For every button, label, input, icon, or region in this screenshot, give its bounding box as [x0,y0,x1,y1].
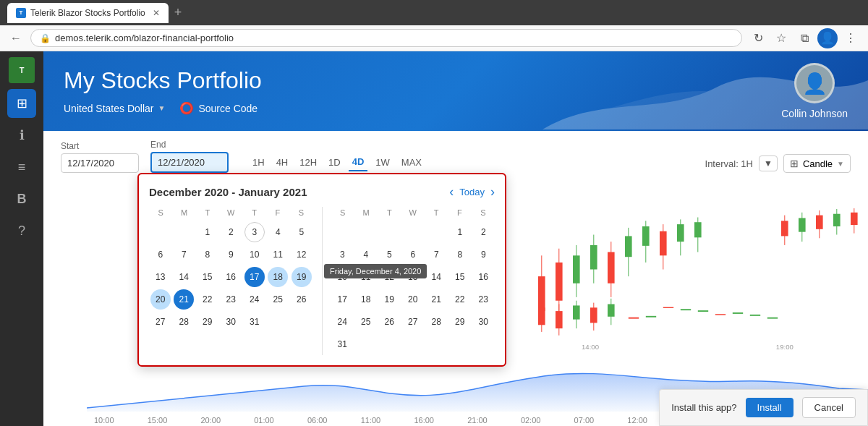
time-btn-1h[interactable]: 1H [249,153,268,171]
time-btn-1d[interactable]: 1D [325,153,344,171]
sidebar-item-telerik[interactable]: T [9,57,35,83]
avatar: 👤 [794,63,835,103]
cal-cell-dec-29[interactable]: 29 [197,312,218,332]
cal-cell-jan-22[interactable]: 22 [450,289,470,310]
cal-cell-dec-20[interactable]: 20 [150,289,171,310]
cal-cell-jan-5[interactable]: 5 [379,244,399,265]
cal-cell-dec-14[interactable]: 14 [174,267,194,287]
tab-close-icon[interactable]: ✕ [153,8,160,18]
cal-next-button[interactable]: › [490,184,495,200]
cal-prev-button[interactable]: ‹ [449,184,454,200]
cal-cell-dec-22[interactable]: 22 [197,289,218,310]
cal-cell-dec-12[interactable]: 12 [292,244,312,265]
cal-cell-jan-2[interactable]: 2 [473,222,493,242]
cal-cell-dec-2[interactable]: 2 [221,222,241,242]
end-date-input[interactable] [150,152,229,173]
cal-cell-jan-21[interactable]: 21 [426,289,446,310]
cal-cell-dec-11[interactable]: 11 [268,244,288,265]
browser-tab[interactable]: T Telerik Blazor Stocks Portfolio ✕ [7,3,169,23]
cal-cell-jan-30[interactable]: 30 [473,312,493,332]
page-title: My Stocks Portfolio [64,67,262,94]
cal-cell-dec-6[interactable]: 6 [150,244,171,265]
cal-cell-jan-27[interactable]: 27 [403,312,423,332]
cal-cell-jan-1[interactable]: 1 [450,222,470,242]
cal-cell-dec-21[interactable]: 21 [174,289,194,310]
profile-icon-button[interactable]: 👤 [817,28,838,48]
cal-cell-jan-25[interactable]: 25 [356,312,376,332]
time-btn-1w[interactable]: 1W [372,153,393,171]
cal-cell-jan-8[interactable]: 8 [450,244,470,265]
cal-cell-jan-31[interactable]: 31 [332,334,352,354]
cal-cell-jan-20[interactable]: 20 [403,289,423,310]
cal-cell-jan-18[interactable]: 18 [356,289,376,310]
interval-arrow-icon[interactable]: ▼ [759,156,778,171]
sidebar-item-menu[interactable]: ≡ [7,153,36,182]
extension-icon-button[interactable]: ⧉ [794,28,814,48]
cal-cell-jan-19[interactable]: 19 [379,289,399,310]
sidebar-item-grid[interactable]: ⊞ [7,89,36,118]
start-date-input[interactable] [61,153,139,173]
cal-cell-jan-6[interactable]: 6 [403,244,423,265]
cal-cell-dec-26[interactable]: 26 [292,289,312,310]
sidebar-item-help[interactable]: ? [7,216,36,245]
time-btn-4d[interactable]: 4D [349,153,368,171]
dec-day-t1: T [196,207,219,218]
cal-cell-dec-30[interactable]: 30 [221,312,241,332]
today-button[interactable]: Today [459,187,485,197]
cal-cell-dec-16[interactable]: 16 [221,267,241,287]
cal-cell-dec-9[interactable]: 9 [221,244,241,265]
cancel-button[interactable]: Cancel [802,397,856,418]
dec-day-s2: S [289,207,312,218]
star-icon-button[interactable]: ☆ [771,28,791,48]
cal-cell-jan-24[interactable]: 24 [332,312,352,332]
time-btn-4h[interactable]: 4H [273,153,292,171]
timeline-label-2: 15:00 [148,416,168,425]
cal-cell-jan-7[interactable]: 7 [426,244,446,265]
cal-cell-jan-26[interactable]: 26 [379,312,399,332]
user-name: Collin Johnson [781,108,848,119]
cal-cell-dec-23[interactable]: 23 [221,289,241,310]
cal-cell-dec-15[interactable]: 15 [197,267,218,287]
calendar-popup: December 2020 - January 2021 ‹ Today › S… [137,173,506,367]
cal-cell-jan-23[interactable]: 23 [473,289,493,310]
currency-selector[interactable]: United States Dollar ▼ [64,103,165,114]
cal-cell-dec-10[interactable]: 10 [244,244,265,265]
cal-cell-dec-25[interactable]: 25 [268,289,288,310]
cal-cell-jan-28[interactable]: 28 [426,312,446,332]
sidebar-item-info[interactable]: ℹ [7,121,36,150]
cal-cell-jan-9[interactable]: 9 [473,244,493,265]
cal-cell-dec-5[interactable]: 5 [292,222,312,242]
cal-cell-dec-19[interactable]: 19 [292,267,312,287]
cal-cell-dec-24[interactable]: 24 [244,289,265,310]
menu-icon-button[interactable]: ⋮ [841,28,861,48]
december-calendar: S M T W T F S 1 2 [149,207,313,355]
cal-cell-jan-3[interactable]: 3 [332,244,352,265]
time-btn-max[interactable]: MAX [398,153,425,171]
address-bar[interactable]: 🔒 demos.telerik.com/blazor-financial-por… [30,29,742,47]
reload-icon-button[interactable]: ↻ [748,28,768,48]
time-btn-12h[interactable]: 12H [296,153,320,171]
source-code-link[interactable]: ⭕ Source Code [179,101,258,115]
back-button[interactable]: ← [7,29,25,48]
cal-cell-jan-14[interactable]: 14 [426,267,446,287]
cal-cell-dec-18[interactable]: 18 [268,267,288,287]
dec-day-s1: S [149,207,172,218]
cal-cell-dec-31[interactable]: 31 [244,312,265,332]
cal-cell-dec-7[interactable]: 7 [174,244,194,265]
sidebar-item-bold[interactable]: B [7,184,36,213]
cal-cell-jan-4[interactable]: 4 [356,244,376,265]
cal-cell-dec-4[interactable]: 4 [268,222,288,242]
cal-cell-dec-17[interactable]: 17 [244,267,265,287]
cal-cell-jan-17[interactable]: 17 [332,289,352,310]
cal-cell-dec-13[interactable]: 13 [150,267,171,287]
cal-cell-dec-8[interactable]: 8 [197,244,218,265]
cal-cell-dec-27[interactable]: 27 [150,312,171,332]
cal-cell-dec-3[interactable]: 3 [244,222,265,242]
cal-cell-dec-1[interactable]: 1 [197,222,218,242]
cal-cell-dec-28[interactable]: 28 [174,312,194,332]
cal-cell-jan-29[interactable]: 29 [450,312,470,332]
cal-cell-jan-15[interactable]: 15 [450,267,470,287]
install-button[interactable]: Install [746,398,793,417]
cal-cell-jan-16[interactable]: 16 [473,267,493,287]
new-tab-button[interactable]: + [174,5,182,20]
